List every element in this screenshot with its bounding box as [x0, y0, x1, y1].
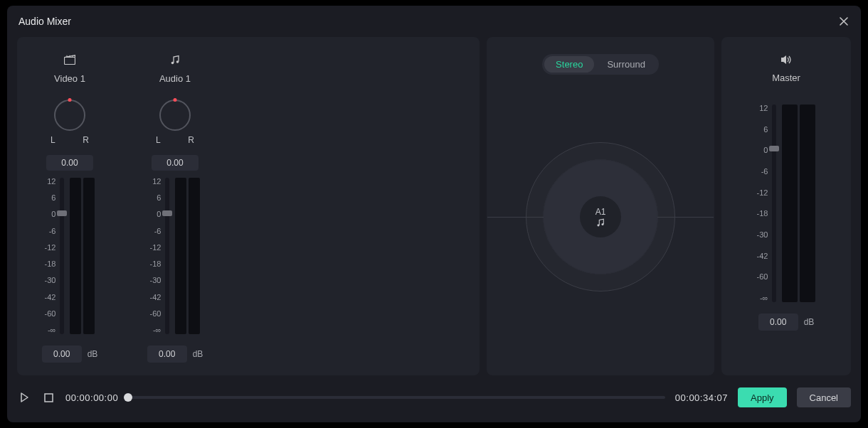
audio-mixer-modal: Audio Mixer Video 1 L R 0.00 — [7, 6, 861, 422]
music-icon — [170, 54, 180, 66]
clapper-icon — [64, 54, 75, 66]
svg-point-4 — [601, 223, 603, 225]
spatial-panel: Stereo Surround A1 — [487, 37, 714, 375]
fader-area: 1260-6-12-18-30-42-60-∞ — [45, 178, 95, 334]
track-audio-1: Audio 1 L R 0.00 1260-6-12-18-30-42-60-∞ — [122, 54, 228, 363]
level-meter — [70, 178, 95, 334]
svg-rect-0 — [65, 58, 75, 65]
spatial-source-label: A1 — [596, 207, 606, 217]
db-label: dB — [193, 349, 203, 359]
db-label: dB — [88, 349, 98, 359]
master-panel: Master 1260-6-12-18-30-42-60-∞ 0.00 dB — [721, 37, 851, 375]
svg-point-3 — [597, 224, 599, 226]
svg-rect-5 — [45, 394, 53, 402]
pan-value-input[interactable]: 0.00 — [152, 155, 199, 171]
level-meter — [175, 178, 200, 334]
timeline[interactable] — [128, 390, 665, 405]
modal-header: Audio Mixer — [17, 6, 851, 37]
close-icon — [839, 16, 849, 26]
cancel-button[interactable]: Cancel — [797, 387, 851, 407]
fader-thumb[interactable] — [57, 210, 67, 216]
modal-title: Audio Mixer — [17, 16, 71, 27]
svg-point-2 — [176, 61, 179, 64]
master-label: Master — [772, 73, 800, 83]
pan-value-input[interactable]: 0.00 — [46, 155, 93, 171]
stereo-option[interactable]: Stereo — [544, 56, 594, 73]
track-label: Video 1 — [54, 73, 85, 84]
gain-fader[interactable] — [60, 178, 64, 334]
spatial-field[interactable]: A1 — [495, 75, 706, 358]
gain-row: 0.00 dB — [758, 314, 815, 331]
gain-row: 0.00 dB — [147, 346, 203, 363]
gain-value-input[interactable]: 0.00 — [147, 346, 187, 363]
total-time: 00:00:34:07 — [675, 392, 728, 403]
gain-row: 0.00 dB — [42, 346, 98, 363]
surround-option[interactable]: Surround — [596, 56, 656, 73]
gain-fader[interactable] — [772, 105, 776, 302]
fader-thumb[interactable] — [769, 146, 779, 151]
fader-thumb[interactable] — [162, 210, 172, 216]
track-video-1: Video 1 L R 0.00 1260-6-12-18-30-42-60-∞ — [17, 54, 122, 363]
play-button[interactable] — [17, 390, 31, 405]
panels: Video 1 L R 0.00 1260-6-12-18-30-42-60-∞ — [17, 37, 851, 375]
close-button[interactable] — [837, 14, 851, 28]
pan-knob[interactable] — [54, 100, 85, 131]
track-label: Audio 1 — [159, 73, 191, 84]
gain-value-input[interactable]: 0.00 — [42, 346, 82, 363]
current-time: 00:00:00:00 — [65, 392, 118, 403]
fader-area: 1260-6-12-18-30-42-60-∞ — [150, 178, 201, 334]
pan-left-label: L — [51, 135, 55, 145]
apply-button[interactable]: Apply — [738, 387, 787, 407]
gain-fader[interactable] — [165, 178, 169, 334]
play-icon — [19, 392, 29, 402]
db-scale: 1260-6-12-18-30-42-60-∞ — [757, 105, 768, 302]
stereo-surround-toggle: Stereo Surround — [542, 54, 659, 75]
pan-right-label: R — [83, 135, 89, 145]
gain-value-input[interactable]: 0.00 — [758, 314, 798, 331]
svg-point-1 — [171, 62, 174, 65]
speaker-icon — [780, 54, 793, 67]
footer: 00:00:00:00 00:00:34:07 Apply Cancel — [17, 382, 851, 412]
pan-lr-labels: L R — [156, 135, 194, 145]
pan-left-label: L — [156, 135, 161, 145]
fader-area: 1260-6-12-18-30-42-60-∞ — [757, 105, 816, 302]
timeline-thumb[interactable] — [124, 393, 132, 402]
db-scale: 1260-6-12-18-30-42-60-∞ — [150, 178, 162, 334]
stop-icon — [44, 393, 53, 402]
level-meter — [782, 105, 815, 302]
spatial-source[interactable]: A1 — [580, 196, 621, 237]
pan-lr-labels: L R — [51, 135, 89, 145]
pan-knob[interactable] — [159, 100, 191, 131]
db-label: dB — [804, 317, 815, 327]
db-scale: 1260-6-12-18-30-42-60-∞ — [45, 178, 56, 334]
pan-right-label: R — [188, 135, 194, 145]
tracks-panel: Video 1 L R 0.00 1260-6-12-18-30-42-60-∞ — [17, 37, 480, 375]
stop-button[interactable] — [41, 390, 55, 405]
music-icon — [596, 218, 605, 227]
